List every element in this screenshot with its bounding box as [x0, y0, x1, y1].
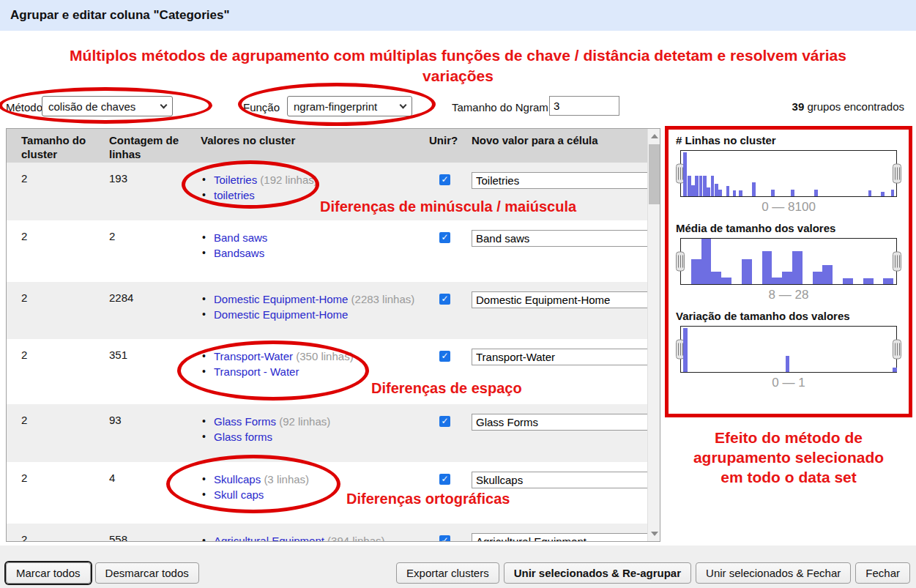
- new-value-cell: [472, 524, 649, 542]
- ngram-size-input[interactable]: [549, 96, 619, 116]
- cluster-value-link[interactable]: Band saws: [214, 231, 267, 244]
- dialog-titlebar: Agrupar e editar coluna "Categories": [0, 0, 916, 31]
- histogram-bar: [891, 190, 895, 196]
- effect-note-line2: agrupamento selecionado: [665, 447, 912, 467]
- button-unir-selecionados-fechar[interactable]: Unir selecionados & Fechar: [696, 562, 851, 584]
- row-count-cell: 193: [109, 163, 201, 220]
- histogram-title: Variação de tamanho dos valores: [676, 310, 901, 322]
- effect-note-line3: em todo o data set: [665, 467, 912, 487]
- button-fechar[interactable]: Fechar: [855, 562, 910, 584]
- range-slider-handle-right[interactable]: [893, 340, 901, 360]
- scrollbar-thumb[interactable]: [649, 144, 660, 204]
- cluster-value-line: •Domestic Equipment-Home (2283 linhas): [201, 291, 429, 307]
- cluster-value-link[interactable]: Skull caps: [214, 488, 264, 501]
- histogram-bar: [782, 272, 792, 284]
- annotation-heading: Múltiplos métodos de agrupamento com múl…: [0, 45, 916, 86]
- histogram-bar: [792, 251, 803, 284]
- function-select[interactable]: ngram-fingerprint: [287, 96, 412, 116]
- range-slider-handle-left[interactable]: [676, 252, 685, 272]
- histogram-bar: [786, 356, 790, 372]
- new-value-input[interactable]: [472, 172, 649, 189]
- merge-checkbox[interactable]: ✓: [439, 474, 450, 485]
- bullet-icon: •: [202, 187, 206, 203]
- cluster-value-link[interactable]: Glass Forms: [214, 415, 276, 428]
- table-scrollbar[interactable]: [647, 129, 660, 541]
- histogram-range-label: 0 — 1: [676, 376, 901, 390]
- histogram-bar: [863, 278, 874, 284]
- button-marcar-todos[interactable]: Marcar todos: [6, 562, 91, 584]
- cluster-size-cell: 2: [7, 339, 109, 404]
- new-value-input[interactable]: [472, 414, 649, 431]
- histogram-bar: [691, 185, 695, 197]
- new-value-input[interactable]: [472, 533, 649, 542]
- bullet-icon: •: [202, 230, 206, 245]
- new-value-input[interactable]: [472, 230, 649, 247]
- button-unir-selecionados-re-agrupar[interactable]: Unir selecionados & Re-agrupar: [504, 562, 691, 584]
- histogram-bar: [762, 251, 772, 284]
- histogram-block: # Linhas no cluster0 — 8100: [676, 134, 901, 215]
- new-value-input[interactable]: [472, 349, 649, 365]
- cluster-value-link[interactable]: Glass forms: [214, 431, 272, 443]
- merge-checkbox[interactable]: ✓: [439, 351, 450, 362]
- cluster-value-link[interactable]: Toiletries: [214, 174, 257, 186]
- value-row-count: (192 linhas): [260, 174, 317, 186]
- header-cluster-size: Tamanho do cluster: [7, 129, 109, 163]
- histogram-bar: [771, 190, 775, 196]
- method-select-value: colisão de chaves: [48, 100, 135, 113]
- cluster-value-line: •Band saws: [201, 230, 429, 245]
- cluster-value-link[interactable]: Transport-Water: [214, 350, 293, 362]
- chevron-down-icon: [400, 101, 407, 108]
- merge-checkbox[interactable]: ✓: [439, 174, 450, 185]
- value-row-count: (3 linhas): [264, 473, 309, 485]
- merge-cell: ✓: [429, 220, 472, 282]
- merge-checkbox[interactable]: ✓: [439, 416, 450, 427]
- cluster-value-link[interactable]: Skullcaps: [214, 473, 261, 485]
- histogram-bar: [695, 176, 699, 196]
- histogram-bar: [813, 272, 823, 284]
- range-slider-handle-right[interactable]: [893, 164, 901, 184]
- merge-checkbox[interactable]: ✓: [439, 294, 450, 305]
- function-select-value: ngram-fingerprint: [294, 100, 377, 113]
- cluster-value-link[interactable]: Bandsaws: [214, 247, 264, 259]
- new-value-cell: [472, 404, 649, 462]
- histogram-panel: # Linhas no cluster0 — 8100Média de tama…: [665, 126, 912, 417]
- method-select[interactable]: colisão de chaves: [42, 96, 173, 116]
- chevron-down-icon: [160, 101, 168, 108]
- cluster-values-cell: •Band saws•Bandsaws: [201, 220, 429, 282]
- bullet-icon: •: [202, 172, 206, 187]
- histogram-bar: [733, 190, 737, 196]
- bullet-icon: •: [202, 429, 206, 444]
- histogram-bar: [883, 278, 893, 284]
- histogram-bar: [691, 259, 701, 284]
- footer-right-buttons: Exportar clustersUnir selecionados & Re-…: [396, 562, 910, 584]
- row-count-cell: 2284: [109, 282, 201, 339]
- histogram-plot: [680, 326, 897, 373]
- histogram-bar: [699, 176, 703, 196]
- scrollbar-down-icon[interactable]: [651, 532, 658, 536]
- cluster-size-cell: 2: [7, 163, 109, 220]
- table-row: 2351•Transport-Water (350 linhas)•Transp…: [7, 339, 660, 404]
- bullet-icon: •: [202, 414, 206, 429]
- histogram-bar: [739, 190, 742, 196]
- cluster-value-link[interactable]: Domestic Equipment-Home: [214, 293, 348, 305]
- merge-checkbox[interactable]: ✓: [439, 535, 450, 542]
- merge-checkbox[interactable]: ✓: [439, 232, 450, 243]
- row-count-cell: 93: [109, 404, 201, 462]
- cluster-value-link[interactable]: toiletries: [214, 189, 255, 201]
- cluster-value-link[interactable]: Agricultural Equipment: [214, 535, 324, 542]
- button-exportar-clusters[interactable]: Exportar clusters: [396, 562, 499, 584]
- histogram-bar: [683, 328, 688, 372]
- bullet-icon: •: [202, 291, 206, 307]
- scrollbar-up-icon[interactable]: [651, 134, 658, 138]
- new-value-input[interactable]: [472, 291, 649, 308]
- cluster-value-link[interactable]: Domestic Equipment-Home: [214, 308, 348, 321]
- new-value-input[interactable]: [472, 472, 649, 488]
- range-slider-handle-right[interactable]: [893, 252, 901, 272]
- table-row: 2558•Agricultural Equipment (394 linhas)…: [7, 524, 660, 542]
- cluster-value-link[interactable]: Transport - Water: [214, 365, 299, 378]
- function-label: Função: [243, 101, 280, 113]
- new-value-cell: [472, 282, 649, 339]
- button-desmarcar-todos[interactable]: Desmarcar todos: [95, 562, 199, 584]
- cluster-value-line: •Agricultural Equipment (394 linhas): [201, 533, 429, 542]
- row-count-cell: 351: [109, 339, 201, 404]
